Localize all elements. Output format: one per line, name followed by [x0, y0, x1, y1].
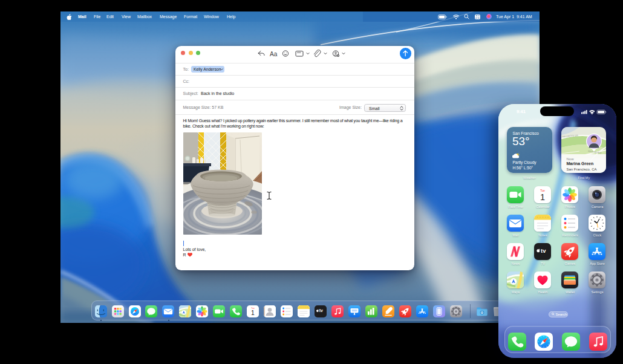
svg-text:San Francisco, CA: San Francisco, CA	[566, 167, 596, 171]
svg-text:1: 1	[251, 310, 255, 316]
svg-text:tv: tv	[541, 247, 546, 254]
svg-text:Now: Now	[566, 157, 574, 161]
svg-text:1: 1	[540, 192, 545, 202]
svg-text:tv: tv	[319, 308, 323, 313]
svg-text:Marina Green: Marina Green	[566, 161, 593, 166]
svg-text:Aa: Aa	[270, 50, 278, 57]
